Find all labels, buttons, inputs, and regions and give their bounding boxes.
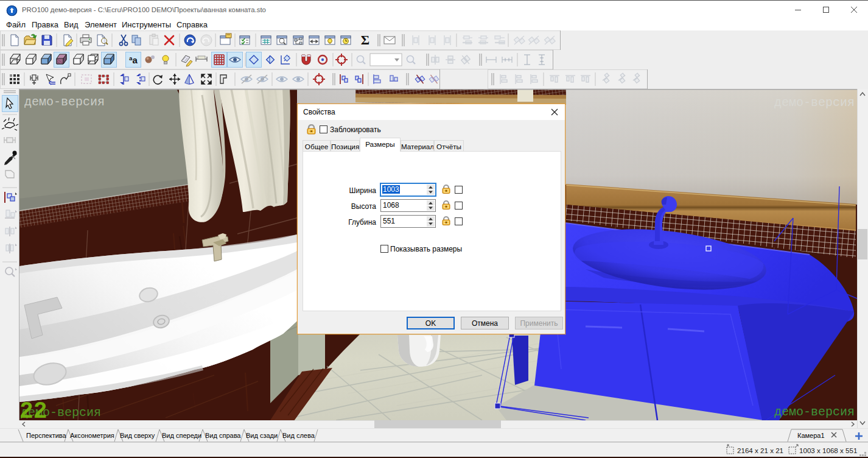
svg-text:демо-версия: демо-версия bbox=[774, 96, 855, 110]
svg-text:Вид сверху: Вид сверху bbox=[120, 432, 155, 439]
svg-text:Σ: Σ bbox=[361, 32, 369, 48]
svg-text:22: 22 bbox=[19, 398, 47, 420]
svg-text:Камера1: Камера1 bbox=[797, 432, 825, 439]
svg-text:демо-версия: демо-версия bbox=[774, 405, 855, 419]
svg-text:ªa: ªa bbox=[129, 55, 138, 65]
svg-text:Вид справа: Вид справа bbox=[205, 432, 241, 439]
svg-text:Аксонометрия: Аксонометрия bbox=[70, 432, 114, 439]
svg-text:2164 x 21 x 21: 2164 x 21 x 21 bbox=[737, 446, 783, 454]
svg-text:Вид слева: Вид слева bbox=[282, 432, 315, 439]
svg-text:демо-версия: демо-версия bbox=[24, 95, 105, 109]
svg-text:1003 x 1068 x 551: 1003 x 1068 x 551 bbox=[799, 446, 857, 454]
svg-text:Вид сзади: Вид сзади bbox=[246, 432, 278, 439]
svg-text:Перспектива: Перспектива bbox=[26, 432, 67, 439]
svg-text:Вид спереди: Вид спереди bbox=[162, 432, 201, 439]
